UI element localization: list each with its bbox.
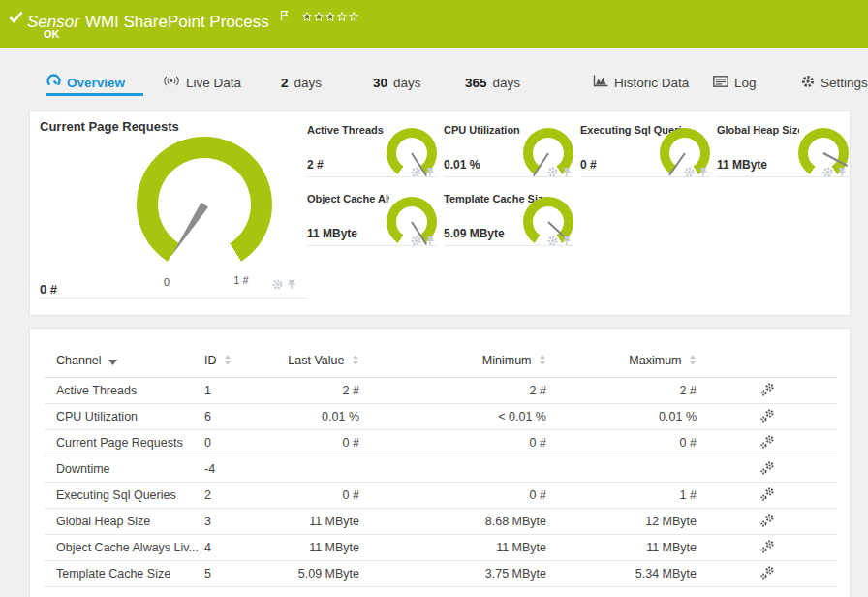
minimum: 0 #	[359, 430, 546, 456]
tab-settings[interactable]: Settings	[801, 72, 868, 93]
gauge-active-threads: Active Threads 2 #	[307, 121, 437, 177]
gauge-gear-icon[interactable]	[547, 233, 558, 250]
gauges-panel: Current Page Requests 0 1 # 0 # Active T…	[29, 110, 851, 316]
table-row: Current Page Requests 0 0 # 0 # 0 #	[45, 430, 837, 456]
channel-settings-icon[interactable]	[697, 561, 837, 587]
gauge-value: 11 MByte	[307, 227, 357, 240]
channel-name[interactable]: Global Heap Size	[45, 509, 204, 535]
tab-2-days[interactable]: 2 days	[281, 72, 322, 93]
area-chart-icon	[593, 75, 608, 90]
channel-name[interactable]: Downtime	[45, 456, 204, 483]
column-header-maximum[interactable]: Maximum	[546, 346, 697, 378]
minimum	[359, 456, 546, 483]
table-row: Object Cache Always Liv... 4 11 MByte 11…	[45, 535, 837, 561]
sort-desc-icon	[108, 355, 117, 368]
sensor-header: SensorWMI SharePoint Process OK	[0, 0, 868, 48]
minimum: 3.75 MByte	[359, 561, 546, 587]
broadcast-icon	[163, 75, 180, 90]
channel-name[interactable]: Template Cache Size	[45, 561, 204, 587]
channel-name[interactable]: Object Cache Always Liv...	[45, 535, 204, 561]
minimum: < 0.01 %	[359, 404, 546, 430]
maximum	[546, 456, 697, 483]
gauge-gear-icon[interactable]	[822, 164, 833, 181]
minimum: 8.68 MByte	[359, 509, 546, 535]
page-title: WMI SharePoint Process	[85, 13, 269, 31]
gauge-pin-icon[interactable]	[837, 164, 847, 181]
channel-name[interactable]: Current Page Requests	[45, 430, 204, 456]
maximum: 5.34 MByte	[546, 561, 697, 587]
maximum: 2 #	[546, 378, 697, 404]
log-list-icon	[713, 76, 728, 90]
channel-settings-icon[interactable]	[697, 404, 837, 430]
tab-365-days[interactable]: 365 days	[465, 72, 520, 93]
gauge-gear-icon[interactable]	[411, 233, 421, 250]
gauge-global-heap-size: Global Heap Size 11 MByte	[717, 121, 849, 177]
gauge-title: Current Page Requests	[40, 119, 179, 134]
channel-settings-icon[interactable]	[697, 456, 837, 483]
channel-table: Channel ID Last Value Minimum	[45, 346, 837, 587]
column-header-channel[interactable]: Channel	[45, 346, 204, 378]
status-ok-check-icon	[8, 9, 24, 29]
last-value: 5.09 MByte	[287, 561, 359, 587]
channel-id: -4	[204, 456, 287, 483]
last-value: 11 MByte	[287, 535, 359, 561]
channel-name[interactable]: Active Threads	[45, 378, 204, 404]
tab-30-days[interactable]: 30 days	[373, 72, 421, 93]
flag-icon[interactable]	[280, 7, 294, 25]
channel-settings-icon[interactable]	[697, 509, 837, 535]
column-header-id[interactable]: ID	[204, 346, 287, 378]
maximum: 11 MByte	[546, 535, 697, 561]
channel-settings-icon[interactable]	[697, 430, 837, 456]
gauge-title: Global Heap Size	[717, 124, 799, 136]
gauge-gear-icon[interactable]	[272, 276, 283, 294]
sort-icon	[224, 355, 232, 368]
sort-icon	[689, 355, 697, 368]
channel-id: 1	[204, 378, 287, 404]
maximum: 0.01 %	[546, 404, 697, 430]
status-badge: OK	[44, 28, 60, 40]
gauge-scale-max: 1 #	[224, 274, 259, 286]
tab-live-data[interactable]: Live Data	[163, 72, 241, 93]
gauge-pin-icon[interactable]	[287, 276, 296, 294]
channel-name[interactable]: Executing Sql Queries	[45, 483, 204, 509]
priority-stars[interactable]	[302, 8, 362, 26]
table-row: Template Cache Size 5 5.09 MByte 3.75 MB…	[45, 561, 837, 587]
channel-settings-icon[interactable]	[697, 378, 837, 404]
channel-name[interactable]: CPU Utilization	[45, 404, 204, 430]
channel-settings-icon[interactable]	[697, 535, 837, 561]
tab-historic-data[interactable]: Historic Data	[593, 72, 689, 93]
column-header-last-value[interactable]: Last Value	[287, 346, 359, 378]
table-row: Executing Sql Queries 2 0 # 0 # 1 #	[45, 483, 837, 509]
gauge-executing-sql-queries: Executing Sql Queries 0 #	[580, 121, 710, 177]
table-row: CPU Utilization 6 0.01 % < 0.01 % 0.01 %	[45, 404, 837, 430]
divider	[38, 298, 307, 298]
channel-id: 4	[204, 535, 287, 561]
tab-overview[interactable]: Overview	[46, 72, 125, 93]
gauge-template-cache-size: Template Cache Size 5.09 MByte	[444, 190, 574, 246]
channel-id: 5	[204, 561, 287, 587]
column-header-minimum[interactable]: Minimum	[359, 346, 546, 378]
column-header-actions	[697, 346, 837, 378]
gauge-pin-icon[interactable]	[562, 233, 572, 250]
gauge-cpu-utilization: CPU Utilization 0.01 %	[444, 121, 574, 177]
last-value: 0 #	[287, 430, 359, 456]
gauge-gear-icon[interactable]	[684, 164, 695, 181]
tab-log[interactable]: Log	[713, 72, 757, 93]
sort-icon	[539, 355, 546, 368]
channel-settings-icon[interactable]	[697, 483, 837, 509]
channel-id: 6	[204, 404, 287, 430]
tab-bar: Overview Live Data 2 days 30 days 365 da…	[0, 48, 868, 110]
gauge-value: 0 #	[40, 282, 57, 297]
gauge-pin-icon[interactable]	[425, 233, 435, 250]
maximum: 0 #	[546, 430, 697, 456]
gauge-gear-icon[interactable]	[547, 164, 558, 181]
gauge-pin-icon[interactable]	[698, 164, 708, 181]
gauge-gear-icon[interactable]	[411, 164, 421, 181]
table-row: Active Threads 1 2 # 2 # 2 #	[45, 378, 837, 404]
gauge-pin-icon[interactable]	[425, 164, 435, 181]
gauge-icon	[46, 74, 61, 91]
gauge-pin-icon[interactable]	[562, 164, 572, 181]
gauge-value: 5.09 MByte	[444, 227, 505, 240]
gauge-title: CPU Utilization	[444, 124, 520, 136]
minimum: 11 MByte	[359, 535, 546, 561]
